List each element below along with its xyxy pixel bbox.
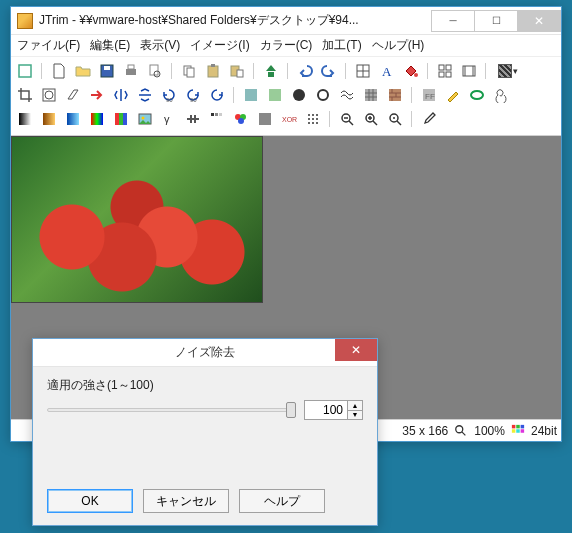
svg-rect-71 [512,429,516,433]
menu-file[interactable]: ファイル(F) [17,37,80,54]
zoom-out-icon[interactable] [337,109,357,129]
gradient3-icon[interactable] [63,109,83,129]
svg-point-60 [308,122,310,124]
equalize-icon[interactable] [183,109,203,129]
svg-rect-4 [128,65,134,69]
zoom-fit-icon[interactable] [385,109,405,129]
image-preview [11,136,263,303]
gradient2-icon[interactable] [39,109,59,129]
svg-point-55 [312,114,314,116]
svg-rect-38 [91,113,103,125]
cancel-button[interactable]: キャンセル [143,489,229,513]
grid2-icon[interactable] [435,61,455,81]
svg-rect-51 [259,113,271,125]
zoom-in-icon[interactable] [361,109,381,129]
svg-point-43 [142,117,145,120]
svg-rect-39 [115,113,119,125]
separator-icon [425,61,431,81]
svg-rect-35 [19,113,31,125]
save-icon[interactable] [97,61,117,81]
dialog-title: ノイズ除去 [175,344,235,361]
noise-reduction-dialog: ノイズ除去 適用の強さ(1～100) ▲ ▼ OK キャンセル ヘルプ [32,338,378,526]
ok-button[interactable]: OK [47,489,133,513]
gamma-icon[interactable]: γ [159,109,179,129]
preview-icon[interactable] [145,61,165,81]
svg-rect-20 [446,72,451,77]
photo-icon[interactable] [135,109,155,129]
hue-icon[interactable] [87,109,107,129]
text-icon[interactable]: A [377,61,397,81]
emboss-icon[interactable]: FF [419,85,439,105]
new-file-icon[interactable] [49,61,69,81]
circle-crop-icon[interactable] [39,85,59,105]
crop-icon[interactable] [15,85,35,105]
svg-rect-37 [67,113,79,125]
help-button[interactable]: ヘルプ [239,489,325,513]
rotate-left-icon[interactable]: 90 [159,85,179,105]
resize-icon[interactable] [353,61,373,81]
gray-icon[interactable] [255,109,275,129]
fill-icon[interactable] [401,61,421,81]
paste-compose-icon[interactable] [227,61,247,81]
flip-v-icon[interactable] [135,85,155,105]
close-button[interactable] [517,10,561,32]
svg-rect-10 [211,64,215,67]
spiral-icon[interactable] [491,85,511,105]
toolbar-row-2: 90 90 FF [15,83,557,107]
arrow-right-icon[interactable] [87,85,107,105]
svg-rect-46 [215,113,218,116]
svg-rect-30 [365,89,377,101]
strength-slider[interactable] [47,401,296,419]
dialog-close-button[interactable] [335,339,377,361]
svg-rect-19 [439,72,444,77]
pencil-icon[interactable] [443,85,463,105]
dialog-body: 適用の強さ(1～100) ▲ ▼ [33,367,377,479]
open-file-icon[interactable] [73,61,93,81]
strength-input[interactable] [304,400,348,420]
menu-view[interactable]: 表示(V) [140,37,180,54]
histogram-icon[interactable] [207,109,227,129]
new-image-icon[interactable] [15,61,35,81]
acquire-icon[interactable] [261,61,281,81]
menu-help[interactable]: ヘルプ(H) [372,37,425,54]
copy-icon[interactable] [179,61,199,81]
gauss-icon[interactable] [265,85,285,105]
rotate-right-icon[interactable]: 90 [183,85,203,105]
rotate-free-icon[interactable] [207,85,227,105]
posterize-icon[interactable] [231,109,251,129]
rgb-icon[interactable] [111,109,131,129]
print-icon[interactable] [121,61,141,81]
undo-icon[interactable] [295,61,315,81]
menu-color[interactable]: カラー(C) [260,37,313,54]
spin-down-button[interactable]: ▼ [347,410,363,421]
svg-rect-9 [208,66,218,77]
soften-icon[interactable] [241,85,261,105]
brick-icon[interactable] [385,85,405,105]
menu-image[interactable]: イメージ(I) [190,37,249,54]
svg-rect-31 [389,89,401,101]
paste-icon[interactable] [203,61,223,81]
edge-icon[interactable] [313,85,333,105]
sharpen-icon[interactable] [289,85,309,105]
film-icon[interactable] [459,61,479,81]
menu-process[interactable]: 加工(T) [322,37,361,54]
gradient1-icon[interactable] [15,109,35,129]
oval-icon[interactable] [467,85,487,105]
separator-icon [231,85,237,105]
flip-h-icon[interactable] [111,85,131,105]
shear-icon[interactable] [63,85,83,105]
svg-text:XOR: XOR [282,116,297,123]
redo-icon[interactable] [319,61,339,81]
halftone-icon[interactable] [303,109,323,129]
maximize-button[interactable] [474,10,518,32]
menu-edit[interactable]: 編集(E) [90,37,130,54]
wave-icon[interactable] [337,85,357,105]
separator-icon [251,61,257,81]
status-depth: 24bit [531,424,557,438]
block-icon[interactable] [361,85,381,105]
xor-icon[interactable]: XOR [279,109,299,129]
dialog-buttons: OK キャンセル ヘルプ [33,479,377,525]
minimize-button[interactable] [431,10,475,32]
eyedropper-icon[interactable] [419,109,439,129]
wallpaper-dropdown[interactable]: ▾ [493,61,523,81]
